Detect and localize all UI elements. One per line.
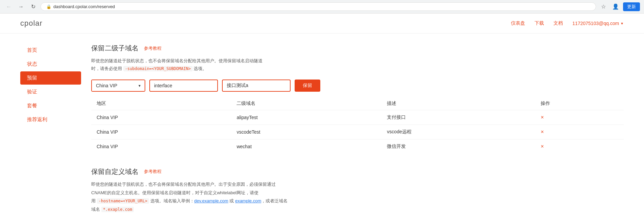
col-subdomain: 二级域名 [231,97,381,110]
table-row: China VIP vscodeTest vscode远程 × [91,125,624,139]
custom-desc-end: ，或者泛域名 [261,198,288,203]
section-custom-ref-link[interactable]: 参考教程 [144,169,162,175]
profile-button[interactable]: 👤 [611,2,620,12]
section-subdomain-title: 保留二级子域名 [91,44,139,53]
back-button[interactable]: ← [4,2,14,12]
cell-region-0: China VIP [91,110,231,125]
section-custom-domain: 保留自定义域名 参考教程 即使您的隧道处于脱机状态，也不会将保留域名分配给其他用… [91,167,624,214]
cell-subdomain-1: vscodeTest [231,125,381,139]
delete-button-0[interactable]: × [541,114,544,120]
sidebar-item-referral[interactable]: 推荐返利 [20,113,81,126]
top-nav: cpolar 仪表盘 下载 文档 1172075103@qq.com ▼ [0,14,644,33]
cell-subdomain-2: wechat [231,139,381,154]
nav-docs[interactable]: 文档 [553,20,563,26]
cell-action-1: × [535,125,624,139]
lock-icon: 🔒 [46,4,51,9]
custom-desc-label: 域名 [91,207,101,212]
sidebar-item-auth[interactable]: 验证 [20,85,81,98]
cell-region-2: China VIP [91,139,231,154]
browser-chrome: ← → ↻ 🔒 dashboard.cpolar.com/reserved ☆ … [0,0,644,14]
cell-region-1: China VIP [91,125,231,139]
custom-desc-after: 选项。域名输入举例： [149,198,194,203]
cell-action-0: × [535,110,624,125]
section-subdomain: 保留二级子域名 参考教程 即使您的隧道处于脱机状态，也不会将保留域名分配给其他用… [91,44,624,154]
table-row: China VIP wechat 微信开发 × [91,139,624,154]
sidebar-item-reserved[interactable]: 预留 [20,71,81,85]
cell-subdomain-0: alipayTest [231,110,381,125]
cell-action-2: × [535,139,624,154]
forward-button[interactable]: → [16,2,26,12]
nav-dashboard[interactable]: 仪表盘 [511,20,525,26]
region-select[interactable]: China VIP China US [92,80,145,91]
custom-desc-mid: 或 [228,198,235,203]
sidebar-item-status[interactable]: 状态 [20,58,81,71]
update-button[interactable]: 更新 [623,2,640,11]
subdomain-input[interactable] [149,80,218,92]
region-select-wrapper: China VIP China US ▼ [91,80,145,92]
nav-user-email: 1172075103@qq.com [572,21,619,26]
cell-desc-2: 微信开发 [381,139,535,154]
section-custom-header: 保留自定义域名 参考教程 [91,167,624,176]
nav-user[interactable]: 1172075103@qq.com ▼ [572,21,624,26]
desc-line2: 时，请务必使用 [91,66,122,71]
address-bar: 🔒 dashboard.cpolar.com/reserved [41,2,596,11]
save-subdomain-button[interactable]: 保留 [295,80,320,92]
nav-user-chevron: ▼ [620,22,624,25]
desc-input[interactable] [222,80,291,92]
col-desc: 描述 [381,97,535,110]
cell-desc-1: vscode远程 [381,125,535,139]
url-text: dashboard.cpolar.com/reserved [53,4,115,9]
custom-wildcard: *.exaple.com [101,207,134,212]
section-custom-desc: 即使您的隧道处于脱机状态，也不会将保留域名分配给其他用户。出于安全原因，必须保留… [91,180,624,214]
sidebar-item-plan[interactable]: 套餐 [20,99,81,112]
subdomain-form-row: China VIP China US ▼ 保留 [91,80,624,92]
desc-code: -subdomain=<YOUR_SUBDOMAIN> [123,66,193,71]
custom-example2: example.com [235,198,261,203]
section-subdomain-header: 保留二级子域名 参考教程 [91,44,624,53]
custom-example1: dev.example.com [194,198,228,203]
reload-button[interactable]: ↻ [28,2,38,12]
browser-actions: ☆ 👤 更新 [599,2,640,12]
custom-desc-code: -hostname=<YOUR_URL> [97,198,149,204]
desc-line1: 即使您的隧道处于脱机状态，也不会将保留域名分配给其他用户。使用保留域名启动隧道 [91,58,263,63]
content-area: 首页 状态 预留 验证 套餐 推荐返利 保留二级子域名 [0,33,644,224]
sidebar: 首页 状态 预留 验证 套餐 推荐返利 [20,44,81,224]
logo: cpolar [20,19,43,28]
col-region: 地区 [91,97,231,110]
nav-download[interactable]: 下载 [535,20,544,26]
main-content: 保留二级子域名 参考教程 即使您的隧道处于脱机状态，也不会将保留域名分配给其他用… [91,44,624,224]
delete-button-2[interactable]: × [541,143,544,150]
desc-line3: 选项。 [194,66,207,71]
table-header-row: 地区 二级域名 描述 操作 [91,97,624,110]
bookmark-button[interactable]: ☆ [599,2,608,12]
table-row: China VIP alipayTest 支付接口 × [91,110,624,125]
nav-links: 仪表盘 下载 文档 1172075103@qq.com ▼ [511,20,624,26]
subdomain-table: 地区 二级域名 描述 操作 China VIP alipayTest 支付接口 … [91,97,624,154]
sidebar-item-home[interactable]: 首页 [20,44,81,57]
section-subdomain-desc: 即使您的隧道处于脱机状态，也不会将保留域名分配给其他用户。使用保留域名启动隧道 … [91,57,624,73]
section-custom-title: 保留自定义域名 [91,167,139,176]
delete-button-1[interactable]: × [541,129,544,135]
page-wrapper: cpolar 仪表盘 下载 文档 1172075103@qq.com ▼ 首页 … [0,14,644,224]
cell-desc-0: 支付接口 [381,110,535,125]
section-subdomain-ref-link[interactable]: 参考教程 [144,45,162,51]
col-action: 操作 [535,97,624,110]
